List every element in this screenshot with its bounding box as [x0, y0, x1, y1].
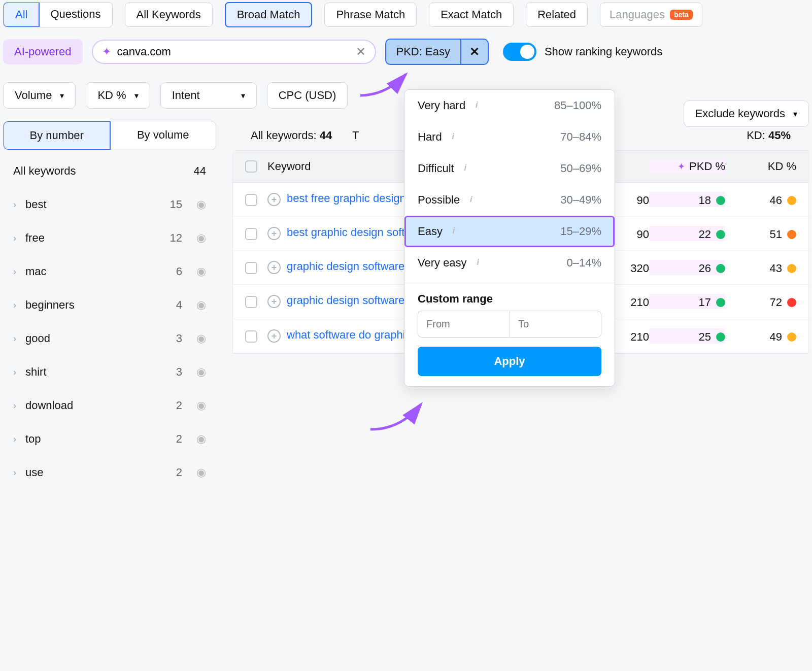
- sidebar-item[interactable]: › free 12 ◉: [3, 221, 216, 255]
- add-icon[interactable]: +: [267, 261, 281, 274]
- domain-input[interactable]: [117, 45, 350, 58]
- tab-all-keywords[interactable]: All Keywords: [125, 3, 213, 27]
- sidebar-item-name: use: [25, 466, 167, 479]
- view-toggle: By number By volume: [3, 121, 216, 150]
- pkd-option[interactable]: Easyi 15–29%: [404, 216, 615, 247]
- option-range: 85–100%: [554, 99, 601, 112]
- pkd-cell: 26: [649, 260, 725, 275]
- info-icon[interactable]: i: [466, 195, 476, 205]
- col-pkd[interactable]: ✦PKD %: [649, 160, 725, 173]
- info-icon[interactable]: i: [460, 163, 470, 174]
- eye-icon[interactable]: ◉: [196, 432, 206, 446]
- sidebar-item[interactable]: › beginners 4 ◉: [3, 288, 216, 322]
- info-icon[interactable]: i: [473, 258, 483, 268]
- difficulty-dot-icon: [787, 332, 796, 342]
- filter-intent[interactable]: Intent▾: [160, 82, 257, 109]
- sidebar-item[interactable]: › good 3 ◉: [3, 322, 216, 355]
- sidebar-item-count: 3: [176, 332, 182, 345]
- option-name: Difficult: [418, 162, 454, 175]
- sidebar-item-count: 4: [176, 298, 182, 312]
- eye-icon[interactable]: ◉: [196, 365, 206, 379]
- apply-button[interactable]: Apply: [418, 347, 601, 376]
- custom-from-input[interactable]: [418, 311, 510, 338]
- filter-volume[interactable]: Volume▾: [3, 82, 76, 109]
- sidebar-item-name: beginners: [25, 298, 167, 312]
- pkd-filter-chip[interactable]: PKD: Easy ✕: [385, 39, 489, 65]
- row-checkbox[interactable]: [245, 194, 257, 206]
- eye-icon[interactable]: ◉: [196, 198, 206, 211]
- info-icon[interactable]: i: [471, 100, 482, 111]
- beta-badge: beta: [670, 10, 693, 20]
- option-name: Hard: [418, 130, 442, 144]
- view-by-number[interactable]: By number: [3, 121, 111, 150]
- pkd-dropdown-panel: Very hardi 85–100%Hardi 70–84%Difficulti…: [404, 89, 615, 387]
- view-by-volume[interactable]: By volume: [111, 121, 216, 150]
- pkd-option[interactable]: Difficulti 50–69%: [404, 153, 615, 184]
- add-icon[interactable]: +: [267, 227, 281, 240]
- pkd-option[interactable]: Very hardi 85–100%: [404, 90, 615, 121]
- info-icon[interactable]: i: [449, 226, 459, 237]
- eye-icon[interactable]: ◉: [196, 231, 206, 245]
- eye-icon[interactable]: ◉: [196, 265, 206, 278]
- row-checkbox[interactable]: [245, 296, 257, 308]
- summary-all-label: All keywords:: [251, 129, 317, 142]
- tab-exact-match[interactable]: Exact Match: [429, 3, 514, 27]
- sidebar-item[interactable]: › top 2 ◉: [3, 422, 216, 456]
- add-icon[interactable]: +: [267, 329, 281, 343]
- pkd-chip-close-icon[interactable]: ✕: [460, 40, 488, 64]
- eye-icon[interactable]: ◉: [196, 399, 206, 412]
- kd-cell: 51: [725, 226, 796, 241]
- select-all-checkbox[interactable]: [245, 160, 257, 173]
- tab-languages[interactable]: Languages beta: [600, 3, 702, 27]
- tab-broad-match[interactable]: Broad Match: [225, 2, 313, 27]
- eye-icon[interactable]: ◉: [196, 332, 206, 345]
- show-ranking-toggle[interactable]: [503, 43, 536, 61]
- tab-phrase-match[interactable]: Phrase Match: [324, 3, 417, 27]
- row-checkbox[interactable]: [245, 262, 257, 274]
- difficulty-dot-icon: [716, 298, 725, 307]
- chevron-down-icon: ▾: [60, 91, 64, 100]
- sidebar-item-name: mac: [25, 265, 167, 278]
- custom-to-input[interactable]: [510, 311, 601, 338]
- pkd-option[interactable]: Very easyi 0–14%: [404, 247, 615, 279]
- sidebar-all-label: All keywords: [13, 164, 76, 178]
- keyword-link[interactable]: graphic design softwares »: [287, 294, 423, 307]
- tab-questions[interactable]: Questions: [39, 3, 112, 27]
- tab-all[interactable]: All: [3, 2, 40, 27]
- chevron-down-icon: ▾: [134, 91, 139, 100]
- chevron-right-icon: ›: [13, 233, 16, 244]
- pkd-option[interactable]: Hardi 70–84%: [404, 121, 615, 153]
- info-icon[interactable]: i: [448, 132, 458, 142]
- chevron-down-icon: ▾: [793, 109, 797, 119]
- difficulty-dot-icon: [787, 230, 796, 239]
- eye-icon[interactable]: ◉: [196, 298, 206, 312]
- sidebar-item[interactable]: › download 2 ◉: [3, 389, 216, 422]
- col-kd[interactable]: KD %: [725, 160, 796, 173]
- difficulty-dot-icon: [787, 264, 796, 273]
- row-checkbox[interactable]: [245, 330, 257, 343]
- annotation-arrow-icon: [365, 399, 431, 434]
- kd-cell: 43: [725, 260, 796, 275]
- sparkle-icon: ✦: [678, 161, 685, 172]
- custom-range-label: Custom range: [404, 283, 615, 311]
- eye-icon[interactable]: ◉: [196, 466, 206, 479]
- domain-input-wrap[interactable]: ✦ ✕: [92, 40, 376, 64]
- difficulty-dot-icon: [716, 332, 725, 342]
- sidebar-item[interactable]: › best 15 ◉: [3, 188, 216, 221]
- sidebar-item[interactable]: › shirt 3 ◉: [3, 355, 216, 389]
- annotation-arrow-icon: [355, 70, 416, 100]
- tab-related[interactable]: Related: [526, 3, 588, 27]
- add-icon[interactable]: +: [267, 193, 281, 206]
- clear-domain-icon[interactable]: ✕: [356, 45, 366, 59]
- pkd-option[interactable]: Possiblei 30–49%: [404, 184, 615, 216]
- sidebar-item[interactable]: › mac 6 ◉: [3, 255, 216, 288]
- kd-cell: 72: [725, 294, 796, 309]
- sidebar-item[interactable]: › use 2 ◉: [3, 456, 216, 489]
- filter-cpc[interactable]: CPC (USD): [267, 82, 348, 109]
- sidebar-item-count: 3: [176, 365, 182, 379]
- filter-kd[interactable]: KD %▾: [86, 82, 150, 109]
- row-checkbox[interactable]: [245, 228, 257, 240]
- option-name: Possible: [418, 193, 460, 207]
- add-icon[interactable]: +: [267, 295, 281, 308]
- sidebar-item-count: 2: [176, 466, 182, 479]
